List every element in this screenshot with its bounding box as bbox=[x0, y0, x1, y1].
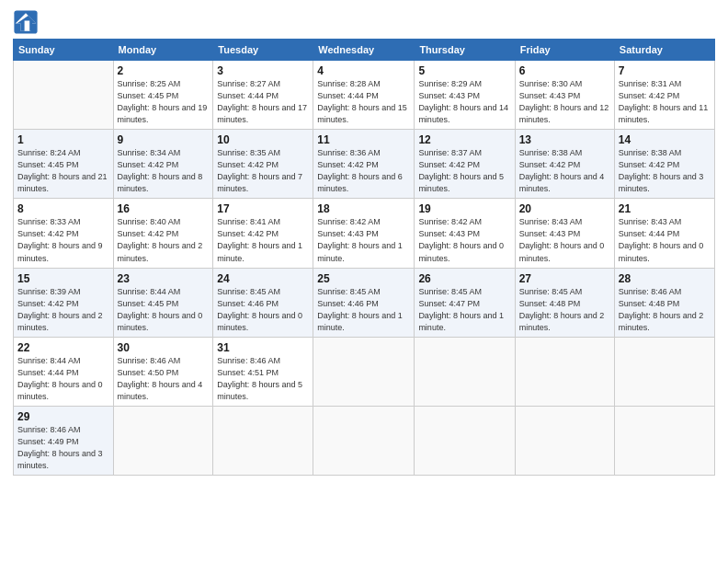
day-detail: Sunrise: 8:42 AMSunset: 4:43 PMDaylight:… bbox=[317, 216, 410, 264]
calendar-cell: 18Sunrise: 8:42 AMSunset: 4:43 PMDayligh… bbox=[313, 199, 415, 268]
calendar-cell bbox=[313, 406, 415, 475]
calendar-week-row: 8Sunrise: 8:33 AMSunset: 4:42 PMDaylight… bbox=[14, 199, 715, 268]
calendar-cell bbox=[313, 337, 415, 406]
calendar-cell bbox=[614, 337, 714, 406]
day-number: 18 bbox=[317, 202, 410, 215]
day-detail: Sunrise: 8:40 AMSunset: 4:42 PMDaylight:… bbox=[118, 216, 210, 264]
calendar-cell: 21Sunrise: 8:43 AMSunset: 4:44 PMDayligh… bbox=[614, 199, 714, 268]
day-number: 28 bbox=[619, 272, 711, 285]
day-number: 14 bbox=[619, 133, 711, 146]
weekday-header-cell: Saturday bbox=[614, 40, 714, 61]
weekday-header-cell: Thursday bbox=[415, 40, 515, 61]
day-number: 23 bbox=[118, 272, 210, 285]
calendar-cell: 27Sunrise: 8:45 AMSunset: 4:48 PMDayligh… bbox=[515, 268, 614, 337]
day-detail: Sunrise: 8:34 AMSunset: 4:42 PMDaylight:… bbox=[118, 147, 210, 195]
calendar-cell: 12Sunrise: 8:37 AMSunset: 4:42 PMDayligh… bbox=[415, 130, 515, 199]
day-number: 31 bbox=[217, 341, 309, 354]
calendar-cell bbox=[415, 406, 515, 475]
day-detail: Sunrise: 8:37 AMSunset: 4:42 PMDaylight:… bbox=[418, 147, 510, 195]
weekday-header-cell: Tuesday bbox=[213, 40, 313, 61]
day-number: 30 bbox=[118, 341, 210, 354]
day-number: 20 bbox=[519, 202, 610, 215]
day-number: 27 bbox=[519, 272, 610, 285]
calendar-cell: 22Sunrise: 8:44 AMSunset: 4:44 PMDayligh… bbox=[14, 337, 114, 406]
day-detail: Sunrise: 8:30 AMSunset: 4:43 PMDaylight:… bbox=[519, 78, 610, 126]
day-detail: Sunrise: 8:46 AMSunset: 4:50 PMDaylight:… bbox=[118, 355, 210, 403]
day-number: 24 bbox=[217, 272, 309, 285]
calendar-cell: 6Sunrise: 8:30 AMSunset: 4:43 PMDaylight… bbox=[515, 61, 614, 130]
day-number: 9 bbox=[118, 133, 210, 146]
calendar-cell: 9Sunrise: 8:34 AMSunset: 4:42 PMDaylight… bbox=[113, 130, 213, 199]
calendar-cell bbox=[113, 406, 213, 475]
calendar-cell: 30Sunrise: 8:46 AMSunset: 4:50 PMDayligh… bbox=[113, 337, 213, 406]
day-detail: Sunrise: 8:36 AMSunset: 4:42 PMDaylight:… bbox=[317, 147, 410, 195]
day-detail: Sunrise: 8:25 AMSunset: 4:45 PMDaylight:… bbox=[118, 78, 210, 126]
day-detail: Sunrise: 8:45 AMSunset: 4:48 PMDaylight:… bbox=[519, 286, 610, 334]
day-number: 11 bbox=[317, 133, 410, 146]
day-number: 21 bbox=[619, 202, 711, 215]
calendar-cell: 16Sunrise: 8:40 AMSunset: 4:42 PMDayligh… bbox=[113, 199, 213, 268]
day-number: 10 bbox=[217, 133, 309, 146]
day-number: 1 bbox=[17, 133, 109, 146]
day-detail: Sunrise: 8:46 AMSunset: 4:51 PMDaylight:… bbox=[217, 355, 309, 403]
day-detail: Sunrise: 8:43 AMSunset: 4:43 PMDaylight:… bbox=[519, 216, 610, 264]
day-detail: Sunrise: 8:44 AMSunset: 4:45 PMDaylight:… bbox=[118, 286, 210, 334]
calendar-cell: 3Sunrise: 8:27 AMSunset: 4:44 PMDaylight… bbox=[213, 61, 313, 130]
calendar-cell: 17Sunrise: 8:41 AMSunset: 4:42 PMDayligh… bbox=[213, 199, 313, 268]
calendar-cell: 23Sunrise: 8:44 AMSunset: 4:45 PMDayligh… bbox=[113, 268, 213, 337]
day-detail: Sunrise: 8:38 AMSunset: 4:42 PMDaylight:… bbox=[519, 147, 610, 195]
calendar-table: SundayMondayTuesdayWednesdayThursdayFrid… bbox=[13, 39, 715, 476]
day-detail: Sunrise: 8:44 AMSunset: 4:44 PMDaylight:… bbox=[17, 355, 109, 403]
calendar-week-row: 29Sunrise: 8:46 AMSunset: 4:49 PMDayligh… bbox=[14, 406, 715, 475]
day-detail: Sunrise: 8:31 AMSunset: 4:42 PMDaylight:… bbox=[619, 78, 711, 126]
day-detail: Sunrise: 8:38 AMSunset: 4:42 PMDaylight:… bbox=[619, 147, 711, 195]
calendar-cell bbox=[614, 406, 714, 475]
calendar-cell: 4Sunrise: 8:28 AMSunset: 4:44 PMDaylight… bbox=[313, 61, 415, 130]
calendar-cell: 2Sunrise: 8:25 AMSunset: 4:45 PMDaylight… bbox=[113, 61, 213, 130]
calendar-cell bbox=[515, 337, 614, 406]
weekday-header-cell: Sunday bbox=[14, 40, 114, 61]
day-number: 7 bbox=[619, 64, 711, 77]
day-detail: Sunrise: 8:29 AMSunset: 4:43 PMDaylight:… bbox=[418, 78, 510, 126]
calendar-cell: 10Sunrise: 8:35 AMSunset: 4:42 PMDayligh… bbox=[213, 130, 313, 199]
day-number: 4 bbox=[317, 64, 410, 77]
day-number: 13 bbox=[519, 133, 610, 146]
calendar-cell: 7Sunrise: 8:31 AMSunset: 4:42 PMDaylight… bbox=[614, 61, 714, 130]
day-detail: Sunrise: 8:46 AMSunset: 4:48 PMDaylight:… bbox=[619, 286, 711, 334]
day-detail: Sunrise: 8:42 AMSunset: 4:43 PMDaylight:… bbox=[418, 216, 510, 264]
calendar-week-row: 2Sunrise: 8:25 AMSunset: 4:45 PMDaylight… bbox=[14, 61, 715, 130]
logo bbox=[13, 9, 42, 35]
day-number: 2 bbox=[118, 64, 210, 77]
calendar-cell: 29Sunrise: 8:46 AMSunset: 4:49 PMDayligh… bbox=[14, 406, 114, 475]
day-number: 29 bbox=[17, 410, 109, 423]
calendar-cell: 24Sunrise: 8:45 AMSunset: 4:46 PMDayligh… bbox=[213, 268, 313, 337]
calendar-cell bbox=[14, 61, 114, 130]
day-number: 19 bbox=[418, 202, 510, 215]
day-number: 6 bbox=[519, 64, 610, 77]
day-number: 22 bbox=[17, 341, 109, 354]
calendar-cell: 28Sunrise: 8:46 AMSunset: 4:48 PMDayligh… bbox=[614, 268, 714, 337]
day-number: 15 bbox=[17, 272, 109, 285]
calendar-cell bbox=[415, 337, 515, 406]
calendar-cell: 11Sunrise: 8:36 AMSunset: 4:42 PMDayligh… bbox=[313, 130, 415, 199]
main-container: SundayMondayTuesdayWednesdayThursdayFrid… bbox=[0, 0, 728, 485]
calendar-cell: 5Sunrise: 8:29 AMSunset: 4:43 PMDaylight… bbox=[415, 61, 515, 130]
logo-icon bbox=[13, 9, 39, 35]
day-number: 26 bbox=[418, 272, 510, 285]
day-detail: Sunrise: 8:24 AMSunset: 4:45 PMDaylight:… bbox=[17, 147, 109, 195]
day-detail: Sunrise: 8:45 AMSunset: 4:46 PMDaylight:… bbox=[217, 286, 309, 334]
calendar-cell: 14Sunrise: 8:38 AMSunset: 4:42 PMDayligh… bbox=[614, 130, 714, 199]
day-number: 16 bbox=[118, 202, 210, 215]
calendar-week-row: 1Sunrise: 8:24 AMSunset: 4:45 PMDaylight… bbox=[14, 130, 715, 199]
calendar-cell bbox=[515, 406, 614, 475]
day-detail: Sunrise: 8:27 AMSunset: 4:44 PMDaylight:… bbox=[217, 78, 309, 126]
weekday-header-row: SundayMondayTuesdayWednesdayThursdayFrid… bbox=[14, 40, 715, 61]
day-detail: Sunrise: 8:46 AMSunset: 4:49 PMDaylight:… bbox=[17, 424, 109, 472]
calendar-cell: 19Sunrise: 8:42 AMSunset: 4:43 PMDayligh… bbox=[415, 199, 515, 268]
calendar-week-row: 22Sunrise: 8:44 AMSunset: 4:44 PMDayligh… bbox=[14, 337, 715, 406]
calendar-cell: 25Sunrise: 8:45 AMSunset: 4:46 PMDayligh… bbox=[313, 268, 415, 337]
day-detail: Sunrise: 8:35 AMSunset: 4:42 PMDaylight:… bbox=[217, 147, 309, 195]
day-detail: Sunrise: 8:43 AMSunset: 4:44 PMDaylight:… bbox=[619, 216, 711, 264]
calendar-cell: 26Sunrise: 8:45 AMSunset: 4:47 PMDayligh… bbox=[415, 268, 515, 337]
day-number: 12 bbox=[418, 133, 510, 146]
